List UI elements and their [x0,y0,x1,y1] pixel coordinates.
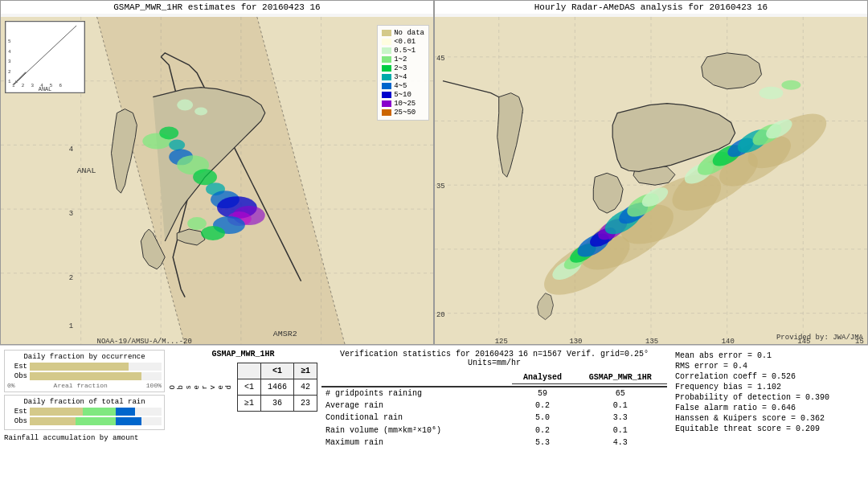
legend-item-2: 2~3 [382,64,424,72]
verif-val1-4: 5.3 [512,437,574,449]
stat-freq-bias: Frequency bias = 1.102 [675,383,864,392]
legend-label-3: 3~4 [394,73,407,81]
axis-areal: Areal fraction [54,382,108,389]
legend-color-25 [382,109,391,116]
contingency-panel: GSMAP_MWR_1HR Observed <1 ≥1 <1 1 [169,350,317,488]
verif-row-0: # gridpoints raining 59 65 [321,387,667,400]
svg-text:2: 2 [22,83,25,88]
svg-point-50 [18,78,20,80]
est-rain-bar-container [30,408,162,416]
svg-text:5: 5 [8,39,11,44]
stat-correlation: Correlation coeff = 0.526 [675,372,864,381]
legend-color-nodata [382,30,391,36]
obs-fraction-row: Obs [7,372,162,380]
legend-label-10: 10~25 [394,100,416,108]
charts-panel: Daily fraction by occurrence Est Obs 0% … [4,350,165,488]
legend-color-5 [382,92,391,98]
svg-text:1: 1 [12,83,15,88]
provided-by-label: Provided by: JWA/JMA [776,334,863,342]
verif-val2-1: 0.1 [573,400,667,412]
cont-cell-22: 23 [294,396,317,412]
svg-point-25 [187,217,207,230]
main-container: GSMAP_MWR_1HR estimates for 20160423 16 [0,0,868,492]
est-fraction-row: Est [7,363,162,371]
svg-text:1: 1 [8,79,11,84]
legend-label-25: 25~50 [394,109,416,117]
verif-row-3: Rain volume (mm×km²×10⁶) 0.2 0.1 [321,424,667,437]
legend-item-05: 0.5~1 [382,47,424,55]
verification-panel: Verification statistics for 20160423 16 … [321,350,667,488]
svg-rect-36 [6,22,84,92]
svg-text:AMSR2: AMSR2 [273,330,297,338]
svg-text:140: 140 [722,338,735,345]
legend-label-5: 5~10 [394,91,411,99]
est-fraction-bar-container [30,363,162,371]
svg-text:4: 4 [40,83,43,88]
legend-item-3: 3~4 [382,73,424,81]
obs-rain-bar-nodata [30,417,76,425]
svg-point-51 [22,75,23,76]
svg-text:3: 3 [31,83,34,88]
svg-text:125: 125 [495,338,508,345]
contingency-table-wrapper: Observed <1 ≥1 <1 1466 42 [169,363,317,412]
obs-rain-bar-heavy [116,417,142,425]
svg-text:3: 3 [8,59,11,64]
legend: No data <0.01 0.5~1 1~2 2~3 [377,25,429,121]
obs-rain-bar-light [76,417,115,425]
bottom-section: Daily fraction by occurrence Est Obs 0% … [0,346,868,492]
est-rain-bar-nodata [30,408,83,416]
inset-scatter-plot: ANAL [5,21,85,93]
obs-rain-row: Obs [7,417,162,425]
verif-row-2: Conditional rain 5.0 3.3 [321,412,667,424]
svg-text:4: 4 [8,49,11,55]
cont-row-label-ge1: ≥1 [238,396,261,412]
cont-cell-12: 42 [294,379,317,396]
svg-text:3: 3 [69,210,73,218]
left-map-title: GSMAP_MWR_1HR estimates for 20160423 16 [1,1,433,14]
obs-fraction-bar-container [30,372,162,380]
stat-equitable-threat: Equitable threat score = 0.209 [675,424,864,433]
svg-text:35: 35 [436,182,445,191]
fraction-axis-labels: 0% Areal fraction 100% [7,382,162,389]
svg-text:4: 4 [69,146,73,154]
left-map-panel: GSMAP_MWR_1HR estimates for 20160423 16 [0,0,434,345]
est-fraction-label: Est [7,363,27,371]
verif-val2-4: 4.3 [573,437,667,449]
verif-col-metric [321,371,511,384]
svg-text:5: 5 [50,83,53,88]
right-map-panel: Hourly Radar-AMeDAS analysis for 2016042… [434,0,868,345]
cont-header-blank [238,363,261,379]
obs-fraction-label: Obs [7,372,27,380]
legend-color-3 [382,74,391,80]
cont-header-ge1: ≥1 [294,363,317,379]
legend-item-25: 25~50 [382,109,424,117]
right-map-title: Hourly Radar-AMeDAS analysis for 2016042… [435,1,867,14]
est-rain-row: Est [7,408,162,416]
svg-text:45: 45 [436,55,445,63]
verif-header-row: Analysed GSMAP_MWR_1HR [321,371,667,384]
fraction-occurrence-chart: Daily fraction by occurrence Est Obs 0% … [4,350,165,392]
maps-section: GSMAP_MWR_1HR estimates for 20160423 16 [0,0,868,346]
verif-label-3: Rain volume (mm×km²×10⁶) [321,424,511,437]
legend-color-10 [382,100,391,107]
svg-point-24 [201,226,225,240]
legend-color-05 [382,47,391,54]
stat-rms-error: RMS error = 0.4 [675,362,864,371]
est-rain-label: Est [7,408,27,416]
legend-label-1: 1~2 [394,55,407,64]
verif-label-4: Maximum rain [321,437,511,449]
obs-fraction-bar [30,372,141,380]
rain-fraction-title: Daily fraction of total rain [7,398,162,406]
legend-label-2: 2~3 [394,64,407,72]
verif-val1-2: 5.0 [512,412,574,424]
legend-color-1 [382,56,391,63]
svg-point-13 [159,126,178,139]
cont-row-ge1: ≥1 36 23 [238,396,317,412]
legend-label-001: <0.01 [394,38,416,46]
stat-mean-abs-error: Mean abs error = 0.1 [675,351,864,360]
verif-val1-1: 0.2 [512,400,574,412]
verif-val2-0: 65 [573,387,667,400]
svg-text:135: 135 [645,338,658,345]
axis-0pct: 0% [7,382,15,389]
svg-point-53 [24,73,26,75]
